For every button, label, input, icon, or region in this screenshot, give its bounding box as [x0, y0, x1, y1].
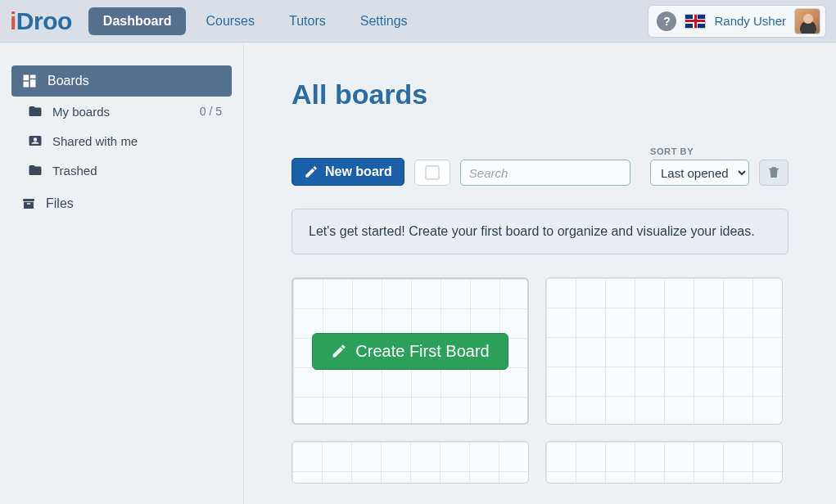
- delete-button[interactable]: [759, 160, 789, 186]
- nav-settings[interactable]: Settings: [346, 7, 423, 35]
- checkbox-icon: [425, 165, 440, 180]
- toolbar: New board SORT BY Last opened: [291, 146, 789, 186]
- create-first-board-button[interactable]: Create First Board: [312, 333, 508, 370]
- nav-tutors[interactable]: Tutors: [274, 7, 341, 35]
- user-box[interactable]: ? Randy Usher: [648, 5, 826, 38]
- banner-text: Let's get started! Create your first boa…: [309, 224, 755, 238]
- sort-label: SORT BY: [650, 146, 789, 156]
- new-board-label: New board: [325, 164, 392, 179]
- main: All boards New board SORT BY Last opened: [244, 43, 836, 504]
- search-input[interactable]: [460, 160, 630, 186]
- trash-folder-icon: [28, 163, 43, 178]
- sidebar-shared-label: Shared with me: [52, 134, 138, 148]
- logo-rest: Droo: [16, 7, 72, 35]
- sidebar-my-boards-meta: 0 / 5: [200, 105, 222, 118]
- sidebar-trashed[interactable]: Trashed: [11, 155, 232, 185]
- create-first-card[interactable]: Create First Board: [291, 277, 529, 425]
- sidebar-boards-label: Boards: [47, 74, 89, 88]
- archive-icon: [21, 196, 36, 211]
- folder-icon: [28, 104, 43, 119]
- sidebar-boards[interactable]: Boards: [11, 65, 232, 97]
- logo-i: i: [10, 7, 16, 35]
- board-grid: Create First Board: [291, 277, 789, 425]
- sidebar-trashed-label: Trashed: [52, 164, 97, 178]
- sidebar-files[interactable]: Files: [0, 188, 243, 219]
- sidebar-files-label: Files: [46, 196, 74, 211]
- help-icon[interactable]: ?: [657, 11, 676, 31]
- sort-select[interactable]: Last opened: [650, 160, 749, 186]
- sidebar-my-boards-label: My boards: [52, 105, 110, 119]
- board-placeholder: [545, 441, 783, 484]
- sidebar: Boards My boards 0 / 5 Shared with me Tr…: [0, 43, 244, 504]
- sidebar-my-boards[interactable]: My boards 0 / 5: [11, 97, 232, 126]
- user-name: Randy Usher: [714, 14, 786, 28]
- edit-icon: [331, 343, 347, 359]
- page-title: All boards: [291, 79, 789, 110]
- board-grid-row2: [291, 441, 789, 484]
- trash-icon: [766, 165, 781, 180]
- dashboard-icon: [21, 73, 38, 89]
- new-board-button[interactable]: New board: [291, 158, 404, 186]
- topbar: iDroo Dashboard Courses Tutors Settings …: [0, 0, 836, 43]
- board-placeholder: [291, 441, 529, 484]
- logo[interactable]: iDroo: [10, 7, 72, 35]
- top-nav: Dashboard Courses Tutors Settings: [88, 7, 423, 35]
- shared-icon: [28, 133, 43, 148]
- select-all-button[interactable]: [414, 160, 450, 186]
- flag-icon[interactable]: [685, 14, 706, 29]
- empty-banner: Let's get started! Create your first boa…: [291, 209, 789, 254]
- create-first-label: Create First Board: [355, 342, 489, 361]
- edit-icon: [304, 164, 319, 179]
- board-placeholder: [545, 277, 783, 425]
- nav-courses[interactable]: Courses: [191, 7, 269, 35]
- sidebar-shared[interactable]: Shared with me: [11, 126, 232, 155]
- nav-dashboard[interactable]: Dashboard: [88, 7, 187, 35]
- avatar[interactable]: [794, 8, 820, 34]
